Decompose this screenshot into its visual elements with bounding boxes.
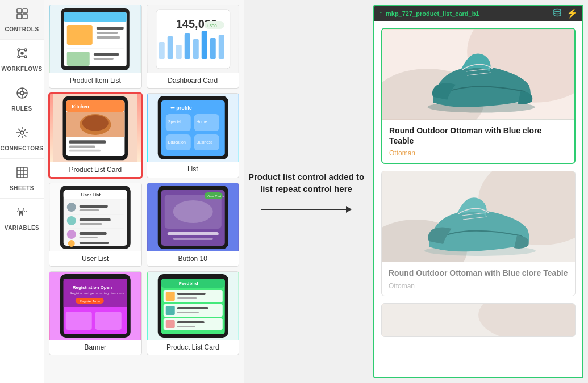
grid-item-product-list-card-2[interactable]: Feedbird Product List C <box>147 271 240 355</box>
product-card-3[interactable] <box>381 303 576 337</box>
product-info-1: Round Outdoor Ottoman with Blue clore Te… <box>382 120 574 163</box>
arrow-indicator <box>261 206 352 213</box>
svg-rect-58 <box>69 145 95 148</box>
grid-item-label-dashboard-card: Dashboard Card <box>165 73 220 88</box>
svg-rect-117 <box>177 297 197 299</box>
svg-point-85 <box>67 230 76 239</box>
svg-rect-2 <box>17 14 22 19</box>
svg-text:Business: Business <box>196 140 212 144</box>
svg-point-4 <box>18 49 20 51</box>
product-card-1[interactable]: Round Outdoor Ottoman with Blue clore Te… <box>381 28 576 164</box>
svg-rect-121 <box>177 312 198 313</box>
svg-rect-116 <box>177 293 205 295</box>
lightning-icon[interactable]: ⚡ <box>566 8 578 19</box>
grid-item-label-product-list-card-2: Product List Card <box>164 340 222 355</box>
thumb-banner: Registration Open Register and get amazi… <box>49 272 141 340</box>
right-panel-header-actions: ⚡ <box>553 8 578 19</box>
product-image-2 <box>382 171 575 262</box>
thumb-product-list-card: Kitchen <box>50 94 141 162</box>
thumb-user-list: User List <box>49 183 141 251</box>
grid-item-product-item-list[interactable]: Product Item List <box>49 5 142 89</box>
svg-rect-35 <box>94 58 114 60</box>
svg-rect-43 <box>176 45 181 59</box>
svg-point-140 <box>478 304 575 337</box>
sidebar-item-variables[interactable]: VARIABLES <box>0 199 44 238</box>
grid-item-label-product-list-card: Product List Card <box>66 162 124 177</box>
grid-item-list[interactable]: ⬅ profile Special Home Education Busines… <box>147 93 240 178</box>
svg-rect-82 <box>80 218 111 221</box>
svg-rect-89 <box>80 242 109 244</box>
svg-rect-41 <box>159 42 164 59</box>
svg-rect-46 <box>201 31 207 59</box>
svg-rect-47 <box>210 38 215 59</box>
right-panel-body: Round Outdoor Ottoman with Blue clore Te… <box>374 21 582 377</box>
product-category-1: Ottoman <box>389 149 568 157</box>
sidebar-item-controls[interactable]: CONTROLS <box>0 0 44 40</box>
svg-rect-31 <box>97 36 120 39</box>
arrow-area: Product list control added to list repea… <box>244 0 369 383</box>
product-title-1: Round Outdoor Ottoman with Blue clore Te… <box>389 125 568 146</box>
thumb-list: ⬅ profile Special Home Education Busines… <box>147 94 239 162</box>
svg-rect-1 <box>23 9 27 13</box>
svg-rect-124 <box>177 321 204 323</box>
grid-item-dashboard-card[interactable]: 145,030 +500 Dashboard Card <box>147 5 240 89</box>
svg-rect-107 <box>66 312 92 330</box>
grid-item-button-10[interactable]: View Cart » Button 10 <box>147 183 240 267</box>
sheets-label: SHEETS <box>10 185 34 191</box>
svg-text:Home: Home <box>196 120 207 124</box>
connectors-label: CONNECTORS <box>1 145 44 151</box>
grid-item-label-user-list: User List <box>80 251 111 266</box>
svg-rect-78 <box>80 205 108 208</box>
grid-item-label-button-10: Button 10 <box>176 251 210 266</box>
thumb-product-item-list <box>49 5 141 73</box>
svg-rect-108 <box>95 312 122 330</box>
sidebar-item-rules[interactable]: RULES <box>0 79 44 119</box>
db-icon[interactable] <box>553 8 562 19</box>
svg-rect-45 <box>193 39 198 59</box>
right-panel-header-left: ↑ mkp_727_product_list_card_b1 <box>379 10 479 18</box>
arrow-shaft <box>261 209 346 210</box>
svg-point-56 <box>82 115 109 131</box>
grid-item-user-list[interactable]: User List <box>49 183 142 267</box>
svg-rect-57 <box>69 140 106 144</box>
svg-rect-59 <box>69 150 101 152</box>
svg-rect-95 <box>167 232 218 235</box>
right-panel-title: mkp_727_product_list_card_b1 <box>386 10 479 17</box>
svg-rect-125 <box>177 326 195 327</box>
svg-rect-83 <box>80 223 102 225</box>
svg-point-18 <box>20 131 24 134</box>
right-panel-header: ↑ mkp_727_product_list_card_b1 ⚡ <box>374 6 582 21</box>
svg-point-13 <box>20 91 24 95</box>
arrow-head <box>346 206 352 213</box>
svg-text:Registration Open: Registration Open <box>73 285 112 290</box>
svg-rect-87 <box>80 237 98 238</box>
svg-rect-34 <box>94 53 119 56</box>
rules-icon <box>15 86 29 103</box>
svg-rect-30 <box>97 32 118 34</box>
workflows-label: WORKFLOWS <box>1 66 42 72</box>
svg-point-5 <box>24 49 27 51</box>
svg-text:Kitchen: Kitchen <box>72 104 89 110</box>
product-title-2: Round Outdoor Ottoman with Blue clore Te… <box>389 268 568 278</box>
sheets-icon <box>15 166 29 183</box>
product-image-1 <box>382 29 574 120</box>
sidebar-item-workflows[interactable]: WORKFLOWS <box>0 40 44 79</box>
grid-item-label-banner: Banner <box>82 340 109 355</box>
svg-rect-96 <box>173 238 212 240</box>
svg-rect-115 <box>165 292 174 301</box>
svg-rect-79 <box>80 209 99 211</box>
product-info-2: Round Outdoor Ottoman with Blue clore Te… <box>382 262 575 295</box>
product-card-2[interactable]: Round Outdoor Ottoman with Blue clore Te… <box>381 171 576 296</box>
controls-grid: Product Item List 145,030 +500 <box>49 5 239 355</box>
grid-item-banner[interactable]: Registration Open Register and get amazi… <box>49 271 142 355</box>
sidebar-item-connectors[interactable]: CONNECTORS <box>0 119 44 159</box>
sidebar-item-sheets[interactable]: SHEETS <box>0 159 44 199</box>
variables-label: VARIABLES <box>5 225 40 231</box>
controls-icon <box>15 7 29 24</box>
svg-rect-0 <box>17 9 22 13</box>
svg-rect-33 <box>67 52 90 66</box>
svg-rect-19 <box>17 167 27 178</box>
variables-icon <box>15 205 29 222</box>
svg-rect-119 <box>165 306 174 315</box>
grid-item-product-list-card[interactable]: Kitchen Product List Card <box>49 93 142 178</box>
